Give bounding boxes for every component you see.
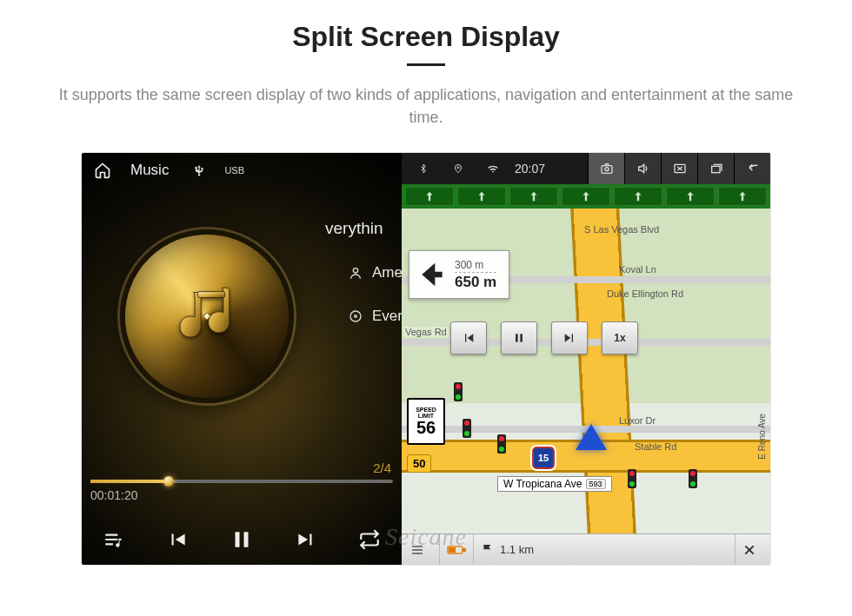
track-index: 2/4 [373, 460, 391, 475]
progress-area: 2/4 00:01:20 [90, 480, 393, 502]
home-icon[interactable] [94, 162, 111, 179]
lane-arrow [614, 187, 662, 206]
map-close-button[interactable] [736, 534, 770, 565]
music-body: verythin Ame Ever 2/4 [82, 188, 402, 565]
svg-rect-0 [198, 292, 225, 298]
recents-button[interactable] [697, 153, 734, 184]
vehicle-cursor-icon [576, 424, 607, 450]
map-footer: 1.1 km [402, 533, 770, 565]
album-art-disc [120, 229, 294, 403]
progress-fill [90, 480, 169, 483]
usb-icon[interactable] [193, 164, 205, 176]
svg-rect-14 [412, 549, 423, 550]
progress-bar[interactable] [90, 480, 393, 483]
progress-knob[interactable] [163, 476, 174, 487]
screenshot-button[interactable] [588, 153, 624, 184]
playlist-button[interactable] [95, 520, 133, 559]
svg-point-8 [605, 168, 609, 171]
turn-total-distance: 650 m [455, 274, 496, 291]
lane-arrow [405, 187, 454, 206]
title-underline [407, 63, 445, 66]
volume-button[interactable] [624, 153, 661, 184]
flag-icon [481, 543, 495, 557]
traffic-light-icon [497, 434, 506, 454]
speed-limit-sign: SPEED LIMIT 56 [407, 398, 445, 445]
back-button[interactable] [734, 153, 770, 184]
music-pane: Music USB [82, 153, 402, 565]
page-title: Split Screen Display [0, 21, 852, 53]
navigation-pane: 20:07 [402, 153, 770, 565]
sim-prev-button[interactable] [450, 321, 487, 354]
traffic-light-icon [454, 382, 463, 401]
split-screen-device: Music USB [82, 153, 770, 565]
turn-left-icon [409, 257, 455, 292]
map-menu-button[interactable] [402, 534, 440, 565]
interstate-shield: 15 [532, 447, 555, 469]
sim-pause-button[interactable] [501, 321, 537, 354]
speed-limit-value: 56 [416, 419, 436, 436]
page-subtitle: It supports the same screen display of t… [43, 83, 809, 129]
location-icon [445, 153, 471, 184]
pause-button[interactable] [223, 520, 261, 559]
speed-limit-label: SPEED [416, 407, 436, 413]
turn-panel: 300 m 650 m [409, 250, 509, 299]
sim-speed-button[interactable]: 1x [602, 321, 638, 354]
music-topbar: Music USB [82, 153, 402, 188]
street-label: Stable Rd [635, 441, 676, 452]
tropicana-name: W Tropicana Ave [503, 478, 582, 490]
footer-route: 1.1 km [474, 534, 736, 565]
elapsed-time: 00:01:20 [90, 488, 393, 502]
artist-name: Ame [372, 264, 403, 282]
music-app-label: Music [130, 162, 169, 179]
bluetooth-icon [410, 153, 436, 184]
lane-arrow [718, 187, 767, 206]
song-title: verythin [325, 219, 383, 238]
svg-rect-17 [463, 548, 466, 551]
sim-controls: 1x [450, 321, 638, 354]
battery-icon [447, 544, 466, 556]
street-label: S Las Vegas Blvd [584, 224, 659, 235]
close-app-button[interactable] [661, 153, 697, 184]
turn-distances: 300 m 650 m [455, 259, 496, 291]
svg-rect-4 [235, 532, 239, 547]
next-button[interactable] [287, 520, 325, 559]
lane-arrow [562, 187, 610, 206]
svg-rect-11 [516, 334, 518, 342]
person-icon [348, 266, 363, 280]
traffic-light-icon [463, 419, 471, 438]
svg-rect-10 [711, 167, 719, 173]
footer-distance: 1.1 km [500, 543, 534, 556]
street-label: E Reno Ave [757, 414, 767, 460]
svg-point-3 [355, 315, 357, 318]
repeat-button[interactable] [350, 520, 389, 559]
svg-rect-13 [412, 546, 423, 546]
tropicana-number: 593 [586, 479, 606, 489]
street-label: Vegas Rd [403, 327, 449, 337]
status-right [588, 153, 770, 184]
svg-rect-12 [520, 334, 523, 342]
current-speed-badge: 50 [407, 454, 431, 473]
lane-arrow [509, 187, 558, 206]
wifi-icon [480, 153, 506, 184]
lane-arrow [666, 187, 715, 206]
svg-rect-5 [243, 532, 248, 547]
svg-point-2 [350, 311, 361, 321]
music-source: USB [224, 165, 244, 176]
traffic-light-icon [628, 469, 636, 488]
status-time: 20:07 [515, 162, 545, 176]
street-label: Duke Ellington Rd [607, 288, 683, 299]
status-bar: 20:07 [402, 153, 770, 184]
tropicana-label: W Tropicana Ave 593 [497, 476, 612, 492]
street-label: Koval Ln [619, 264, 656, 275]
prev-button[interactable] [158, 520, 196, 559]
svg-point-1 [353, 268, 357, 273]
lane-arrow [457, 187, 506, 206]
map-canvas[interactable]: S Las Vegas Blvd Koval Ln Duke Ellington… [402, 209, 770, 533]
status-left: 20:07 [402, 153, 588, 184]
sim-next-button[interactable] [551, 321, 588, 354]
music-controls [82, 514, 402, 565]
svg-rect-18 [449, 547, 456, 552]
footer-battery [440, 534, 474, 565]
svg-point-6 [457, 167, 459, 169]
lane-guidance [402, 184, 770, 209]
